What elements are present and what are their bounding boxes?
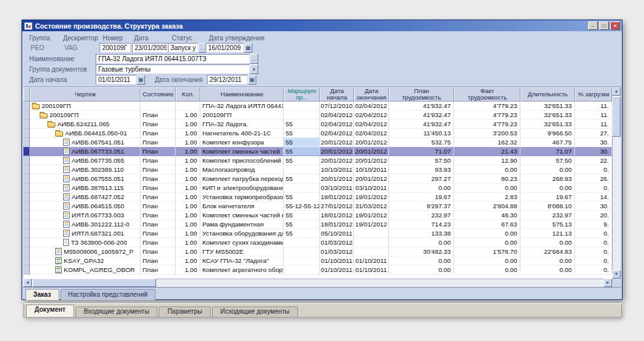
name-lookup-button[interactable]: … bbox=[250, 54, 258, 64]
column-header[interactable]: Дата окончания bbox=[354, 87, 389, 102]
vertical-scroll-thumb[interactable] bbox=[612, 96, 621, 137]
component-icon[interactable] bbox=[55, 266, 62, 273]
column-header[interactable]: План трудоемкость bbox=[389, 87, 454, 102]
table-row[interactable]: АИВБ.064415.050-01План1.00Нагнетатель 40… bbox=[23, 129, 612, 138]
row-selector[interactable] bbox=[23, 229, 30, 238]
titlebar[interactable]: Состояние производства. Структура заказа… bbox=[22, 20, 622, 31]
table-row[interactable]: 200109ГППлан1.00200109ГП02/04/201202/04/… bbox=[23, 111, 612, 120]
table-row[interactable]: АИВБ.687427.052План1.00Установка термопр… bbox=[23, 193, 612, 202]
row-selector[interactable] bbox=[23, 156, 30, 165]
document-icon[interactable] bbox=[55, 248, 62, 255]
doc-group-dropdown-button[interactable]: ▼ bbox=[250, 64, 258, 74]
scroll-right-button[interactable]: ► bbox=[604, 279, 612, 287]
row-selector[interactable] bbox=[23, 102, 30, 111]
table-row[interactable]: KSAY_GPA32План1.00КСАУ ГПА-32 "Ладога"01… bbox=[23, 256, 612, 266]
horizontal-scrollbar[interactable]: ◄ ► bbox=[23, 279, 612, 287]
row-selector[interactable] bbox=[23, 174, 30, 184]
row-selector[interactable] bbox=[23, 147, 30, 156]
column-header[interactable]: Факт трудоемкость bbox=[454, 87, 520, 102]
number-input[interactable] bbox=[100, 43, 131, 53]
document-icon[interactable] bbox=[63, 148, 70, 155]
component-icon[interactable] bbox=[55, 257, 62, 264]
view-tab[interactable]: Заказ bbox=[25, 289, 59, 300]
date-label[interactable]: Дата bbox=[134, 34, 148, 42]
close-button[interactable]: × bbox=[610, 21, 620, 30]
table-row[interactable]: KOMPL_AGREG_OBORПлан1.00Комплект агрегат… bbox=[23, 266, 612, 275]
end-date-input[interactable] bbox=[207, 75, 248, 85]
doc-group-input[interactable] bbox=[96, 64, 250, 74]
document-icon[interactable] bbox=[63, 184, 70, 191]
table-row[interactable]: АИВБ.067541.051План1.00Комплект конфузор… bbox=[23, 138, 612, 147]
table-row[interactable]: 200109ГПГПА-32 Ладога ИЯТЛ 06441507/12/2… bbox=[23, 102, 612, 111]
vertical-scrollbar[interactable]: ▲ ▼ bbox=[612, 87, 621, 279]
document-icon[interactable] bbox=[63, 230, 70, 237]
document-icon[interactable] bbox=[63, 193, 70, 200]
row-selector[interactable] bbox=[23, 266, 30, 275]
start-date-input[interactable] bbox=[96, 75, 137, 85]
view-tab[interactable]: Настройка представлений bbox=[60, 289, 155, 300]
table-row[interactable]: АИВБ.301222.112-0План1.00Рама фундаментн… bbox=[23, 220, 612, 229]
maximize-button[interactable]: □ bbox=[599, 21, 609, 30]
row-selector[interactable] bbox=[23, 165, 30, 174]
horizontal-scroll-thumb[interactable] bbox=[33, 279, 156, 287]
table-row[interactable]: ИЯТЛ.067733.003План1.00Комплект сменных … bbox=[23, 211, 612, 220]
end-calendar-button[interactable]: ▦ bbox=[248, 75, 256, 85]
folder-icon[interactable] bbox=[55, 131, 63, 137]
approval-date-label[interactable]: Дата утверждения bbox=[209, 34, 264, 42]
document-icon[interactable] bbox=[63, 221, 70, 228]
table-row[interactable]: АИВБ.067555.051План1.00Комплект патрубка… bbox=[23, 174, 612, 184]
status-label[interactable]: Статус bbox=[172, 34, 193, 42]
name-input[interactable] bbox=[96, 54, 250, 64]
column-header[interactable]: % загрузки bbox=[575, 87, 612, 102]
document-tab[interactable]: Параметры bbox=[159, 307, 210, 317]
table-row[interactable]: М55008006_1605972_РПлан1.00ГТУ MS5002E01… bbox=[23, 247, 612, 256]
approval-date-input[interactable] bbox=[206, 43, 244, 53]
table-row[interactable]: АИВБ.064515.050План1.00Блок нагнетателя5… bbox=[23, 202, 612, 211]
scroll-up-button[interactable]: ▲ bbox=[612, 87, 621, 96]
document-icon[interactable] bbox=[63, 139, 70, 146]
table-row[interactable]: АИВБ.387613.115План1.00КИП и электрообор… bbox=[23, 184, 612, 193]
table-row[interactable]: ТЗ 363900-006-200План1.00Комплект сухих … bbox=[23, 238, 612, 247]
scroll-left-button[interactable]: ◄ bbox=[23, 279, 32, 287]
document-tab[interactable]: Документ bbox=[26, 305, 74, 317]
row-selector[interactable] bbox=[23, 211, 30, 220]
row-selector[interactable] bbox=[23, 220, 30, 229]
number-label[interactable]: Номер bbox=[103, 34, 123, 42]
folder-icon[interactable] bbox=[47, 122, 55, 128]
minimize-button[interactable]: – bbox=[588, 21, 598, 30]
row-selector[interactable] bbox=[23, 193, 30, 202]
scroll-down-button[interactable]: ▼ bbox=[612, 270, 621, 279]
document-icon[interactable] bbox=[63, 211, 70, 219]
table-row[interactable]: АИВБ.624211.065План1.00ГПА-32 Ладога.550… bbox=[23, 120, 612, 129]
document-tab[interactable]: Исходящие документы bbox=[212, 307, 298, 317]
row-selector[interactable] bbox=[23, 256, 30, 266]
row-selector[interactable] bbox=[23, 138, 30, 147]
document-tab[interactable]: Входящие документы bbox=[75, 307, 158, 317]
column-header[interactable]: Длительность bbox=[520, 87, 575, 102]
column-header[interactable]: Дата начала bbox=[320, 87, 354, 102]
table-row[interactable]: АИВБ.067733.051План1.00Комплект сменных … bbox=[23, 147, 612, 156]
status-input[interactable] bbox=[168, 43, 198, 53]
document-icon[interactable] bbox=[63, 157, 70, 164]
start-calendar-button[interactable]: ▦ bbox=[137, 75, 145, 85]
row-selector[interactable] bbox=[23, 247, 30, 256]
table-row[interactable]: ИЯТЛ.687321.001План1.00Установка оборудо… bbox=[23, 229, 612, 238]
row-selector[interactable] bbox=[23, 129, 30, 138]
column-header[interactable]: Маршрут пр... bbox=[284, 87, 320, 102]
row-selector[interactable] bbox=[23, 238, 30, 247]
row-selector[interactable] bbox=[23, 202, 30, 211]
column-header[interactable]: Кол. bbox=[176, 87, 200, 102]
column-header[interactable]: Состояние bbox=[141, 87, 176, 102]
date-input[interactable] bbox=[132, 43, 169, 53]
approval-calendar-button[interactable]: ▦ bbox=[244, 43, 252, 53]
table-row[interactable]: АИВБ.302389.110План1.00Маслогазопровод10… bbox=[23, 165, 612, 174]
document-icon[interactable] bbox=[63, 175, 70, 182]
document-icon[interactable] bbox=[63, 239, 69, 246]
column-header[interactable]: Чертеж bbox=[30, 87, 141, 102]
row-selector[interactable] bbox=[23, 184, 30, 193]
table-row[interactable]: АИВБ.067735.055План1.00Комплект приспосо… bbox=[23, 156, 612, 165]
document-icon[interactable] bbox=[63, 166, 70, 173]
folder-icon[interactable] bbox=[40, 113, 47, 118]
document-icon[interactable] bbox=[63, 202, 70, 210]
row-selector[interactable] bbox=[23, 120, 30, 129]
